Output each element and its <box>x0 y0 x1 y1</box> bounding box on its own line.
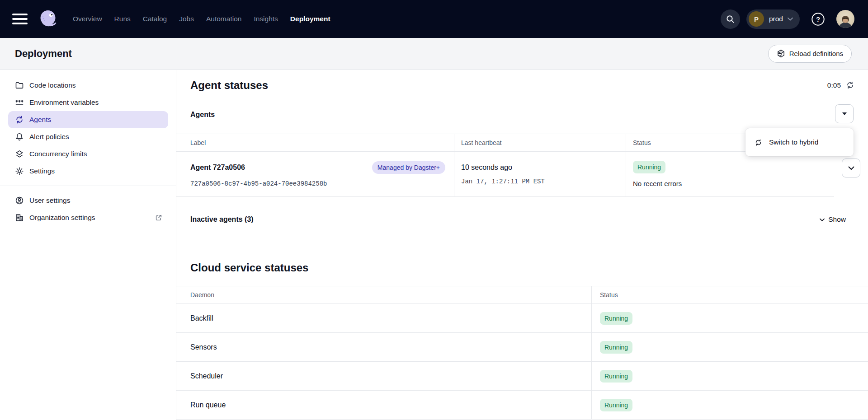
user-circle-icon <box>15 196 24 205</box>
nav-jobs[interactable]: Jobs <box>179 15 194 23</box>
agents-actions-dropdown-button[interactable] <box>835 104 854 123</box>
agent-statuses-heading: Agent statuses <box>190 79 268 92</box>
question-circle-icon: ? <box>811 12 825 26</box>
sidebar-item-agents[interactable]: Agents <box>8 111 168 128</box>
dagster-logo[interactable] <box>37 8 59 30</box>
sidebar-item-organization-settings[interactable]: Organization settings <box>8 209 168 226</box>
cloud-services-table: Daemon Status Backfill Running Sensors R… <box>176 286 868 420</box>
page-title: Deployment <box>15 48 72 60</box>
env-vars-icon <box>15 98 24 107</box>
menu-item-label: Switch to hybrid <box>769 138 818 146</box>
deployment-switcher[interactable]: P prod <box>746 9 800 29</box>
agent-row-expand-button[interactable] <box>842 159 860 177</box>
agent-row: Agent 727a0506 Managed by Dagster+ 727a0… <box>176 152 834 197</box>
folder-icon <box>15 81 24 90</box>
agent-status-cell: Running No recent errors <box>626 152 834 196</box>
reload-definitions-button[interactable]: Reload definitions <box>768 45 852 63</box>
chevron-down-icon <box>848 166 855 171</box>
daemon-status-cell: Running <box>591 304 868 332</box>
running-status-badge: Running <box>600 341 632 354</box>
refresh-countdown: 0:05 <box>827 81 854 89</box>
daemon-status-cell: Running <box>591 333 868 361</box>
agent-id: 727a0506-8c97-4b95-a024-70ee3984258b <box>190 180 454 187</box>
agent-label-cell: Agent 727a0506 Managed by Dagster+ 727a0… <box>176 152 454 196</box>
search-icon <box>726 14 735 24</box>
agents-subheading: Agents <box>190 111 215 119</box>
running-status-badge: Running <box>600 399 632 411</box>
refresh-icon[interactable] <box>846 81 854 89</box>
inactive-agents-row: Inactive agents (3) Show <box>190 215 846 224</box>
svg-text:?: ? <box>816 15 820 23</box>
user-avatar[interactable] <box>836 10 854 28</box>
main-content: Agent statuses 0:05 Agents Label Last he… <box>176 70 868 420</box>
cloud-service-statuses-heading: Cloud service statuses <box>190 261 308 274</box>
sidebar-item-label: Concurrency limits <box>29 150 87 158</box>
daemon-name: Run queue <box>176 391 591 419</box>
gear-icon <box>15 167 24 176</box>
inactive-agents-label: Inactive agents (3) <box>190 215 254 224</box>
help-button[interactable]: ? <box>811 12 825 26</box>
daemon-status-cell: Running <box>591 362 868 390</box>
sidebar-item-code-locations[interactable]: Code locations <box>8 77 168 94</box>
agents-actions-menu: Switch to hybrid <box>745 128 854 156</box>
menu-item-switch-to-hybrid[interactable]: Switch to hybrid <box>745 131 854 154</box>
refresh-countdown-value: 0:05 <box>827 81 841 89</box>
column-header-status: Status <box>591 286 868 303</box>
sidebar-item-label: Code locations <box>29 81 76 89</box>
column-header-last-heartbeat: Last heartbeat <box>454 134 626 151</box>
daemon-row-backfill: Backfill Running <box>176 304 868 333</box>
sidebar-item-label: Settings <box>29 167 55 175</box>
daemon-name: Sensors <box>176 333 591 361</box>
daemon-name: Backfill <box>176 304 591 332</box>
nav-runs[interactable]: Runs <box>114 15 131 23</box>
heartbeat-timestamp: Jan 17, 1:27:11 PM EST <box>461 178 626 185</box>
primary-nav: Overview Runs Catalog Jobs Automation In… <box>73 15 330 23</box>
chevron-down-icon <box>787 17 793 21</box>
sidebar-divider <box>0 186 176 186</box>
sidebar-item-label: User settings <box>29 196 70 205</box>
agent-heartbeat-cell: 10 seconds ago Jan 17, 1:27:11 PM EST <box>454 152 626 196</box>
column-header-label: Label <box>176 134 454 151</box>
chevron-down-icon <box>819 218 825 222</box>
daemon-row-run-queue: Run queue Running <box>176 391 868 420</box>
hamburger-menu-icon[interactable] <box>12 14 28 24</box>
search-button[interactable] <box>721 9 740 29</box>
nav-deployment[interactable]: Deployment <box>290 15 330 23</box>
show-label: Show <box>828 215 846 224</box>
managed-by-dagster-badge: Managed by Dagster+ <box>372 161 445 174</box>
cloud-table-header: Daemon Status <box>176 286 868 304</box>
reload-cube-icon <box>777 49 785 58</box>
reload-definitions-label: Reload definitions <box>789 50 843 57</box>
deployment-initial-badge: P <box>749 11 764 27</box>
status-note: No recent errors <box>633 180 834 187</box>
daemon-row-scheduler: Scheduler Running <box>176 362 868 391</box>
heartbeat-relative: 10 seconds ago <box>461 163 626 172</box>
external-link-icon <box>155 214 163 222</box>
agent-icon <box>755 139 762 146</box>
page-header: Deployment Reload definitions <box>0 38 868 70</box>
caret-down-icon <box>842 112 847 115</box>
deployment-sidebar: Code locations Environment variables <box>0 70 176 420</box>
sidebar-item-label: Organization settings <box>29 214 149 222</box>
agents-table-header: Label Last heartbeat Status <box>176 134 834 152</box>
nav-overview[interactable]: Overview <box>73 15 102 23</box>
top-nav: Overview Runs Catalog Jobs Automation In… <box>0 0 868 38</box>
nav-automation[interactable]: Automation <box>206 15 241 23</box>
sidebar-item-alert-policies[interactable]: Alert policies <box>8 128 168 145</box>
sidebar-item-settings[interactable]: Settings <box>8 163 168 180</box>
sidebar-item-user-settings[interactable]: User settings <box>8 192 168 209</box>
topnav-right-cluster: P prod ? <box>721 9 854 29</box>
agent-icon <box>15 115 24 124</box>
sidebar-item-environment-variables[interactable]: Environment variables <box>8 94 168 111</box>
nav-insights[interactable]: Insights <box>254 15 278 23</box>
deployment-name: prod <box>769 15 783 23</box>
sidebar-item-concurrency-limits[interactable]: Concurrency limits <box>8 145 168 163</box>
nav-catalog[interactable]: Catalog <box>143 15 167 23</box>
daemon-name: Scheduler <box>176 362 591 390</box>
daemon-row-sensors: Sensors Running <box>176 333 868 362</box>
inactive-agents-show-toggle[interactable]: Show <box>819 215 846 224</box>
layers-icon <box>15 149 24 159</box>
daemon-status-cell: Running <box>591 391 868 419</box>
sidebar-item-label: Alert policies <box>29 133 69 141</box>
column-header-daemon: Daemon <box>176 286 591 303</box>
